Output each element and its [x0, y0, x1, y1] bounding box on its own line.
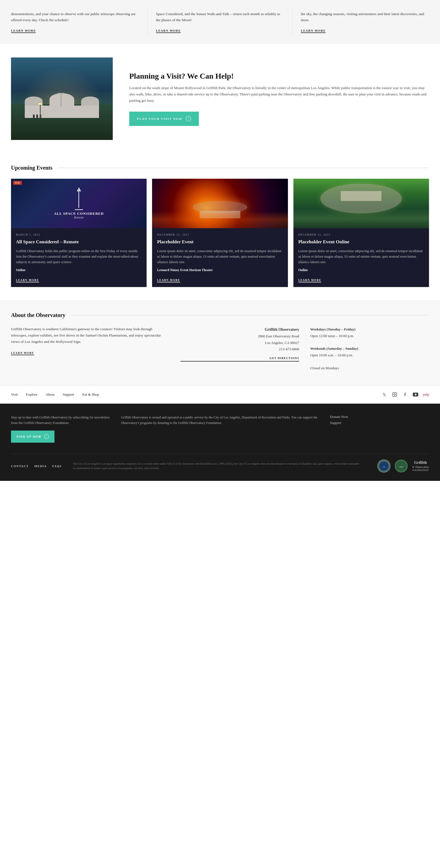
spire-arm	[58, 93, 64, 94]
footer-nav-visit[interactable]: Visit	[11, 392, 18, 397]
about-learn-more[interactable]: LEARN MORE	[11, 351, 34, 355]
svg-text:RAP: RAP	[399, 466, 403, 468]
twitter-icon[interactable]: 𝕏	[381, 392, 387, 398]
event-card-1: IVE ALL SPACE CONSIDERED Remote MARCH 5,…	[11, 179, 147, 287]
about-section-header: About the Observatory	[11, 312, 429, 318]
lamp-pole	[40, 104, 41, 118]
plan-visit-label: PLAN YOUR VISIT NOW	[137, 117, 182, 120]
footer-nav-links: Visit Explore About Support Eat & Shop	[11, 392, 99, 397]
events-title: Upcoming Events	[11, 165, 53, 171]
planning-description: Located on the south slope of Mount Holl…	[129, 85, 429, 104]
event-card-1-desc: Griffith Observatory holds this public p…	[16, 248, 142, 265]
about-left: Griffith Observatory is southern Califor…	[11, 326, 169, 355]
event-card-3-date: DECEMBER 31, 2021	[298, 233, 424, 236]
svg-text:LA: LA	[383, 466, 385, 468]
griffith-foundation-logo: Griffith ⭘ Observatory FOUNDATION	[412, 460, 429, 472]
obs-structure	[341, 191, 381, 201]
youtube-icon[interactable]	[412, 392, 418, 398]
city-lights	[152, 211, 288, 228]
event-card-2-desc: Lorem ipsum dolor sit amet, consectetur …	[157, 248, 283, 265]
event-card-2-date: DECEMBER 31, 2021	[157, 233, 283, 236]
svg-point-2	[396, 393, 396, 394]
footer-media-link[interactable]: MEDIA	[34, 464, 47, 468]
footer-divider	[11, 454, 429, 454]
about-title: About the Observatory	[11, 312, 65, 318]
event-card-1-body: MARCH 5, 2021 All Space Considered – Rem…	[11, 228, 147, 287]
event-card-2-learn-more[interactable]: LEARN MORE	[157, 279, 180, 282]
about-divider	[71, 315, 429, 315]
event-1-title-sub: Remote	[54, 216, 104, 220]
top-card-3-text: the sky, the changing seasons, visiting …	[301, 11, 429, 23]
about-address: Griffith Observatory 2800 East Observato…	[180, 326, 299, 361]
top-card-2-learn-more[interactable]: LEARN MORE	[156, 29, 181, 33]
event-card-1-image: IVE ALL SPACE CONSIDERED Remote	[11, 179, 147, 228]
event-card-1-learn-more[interactable]: LEARN MORE	[16, 279, 39, 282]
footer-support-link[interactable]: Support	[330, 421, 429, 425]
sign-up-label: SIGN UP NOW	[17, 435, 41, 438]
footer-signup: Stay up to date with Griffith Observator…	[11, 414, 110, 443]
event-1-title-big: ALL SPACE CONSIDERED	[54, 211, 104, 216]
footer-nav-support[interactable]: Support	[63, 392, 74, 397]
event-2-aerial-visual	[152, 179, 288, 228]
top-card-1-learn-more[interactable]: LEARN MORE	[11, 29, 36, 33]
event-card-3-image	[293, 179, 429, 228]
spire-top-icon	[77, 187, 81, 191]
person-1	[33, 114, 35, 119]
about-content: Griffith Observatory is southern Califor…	[11, 326, 429, 371]
planning-content: Planning a Visit? We Can Help! Located o…	[129, 72, 429, 126]
footer-signup-text: Stay up to date with Griffith Observator…	[11, 414, 110, 426]
footer-dark-top: Stay up to date with Griffith Observator…	[11, 414, 429, 443]
footer-bottom: CONTACT MEDIA FAQS The City of Los Angel…	[11, 459, 429, 473]
footer-nav-explore[interactable]: Explore	[26, 392, 37, 397]
footer-middle-text: Griffith Observatory is owned and operat…	[121, 414, 319, 426]
footer-bottom-links: CONTACT MEDIA FAQS	[11, 464, 62, 468]
footer-nav: Visit Explore About Support Eat & Shop 𝕏…	[0, 385, 440, 404]
footer-nav-eat-shop[interactable]: Eat & Shop	[82, 392, 99, 397]
lamp-head	[38, 103, 42, 105]
footer-donate-link[interactable]: Donate Now	[330, 414, 429, 419]
event-card-3-desc: Lorem ipsum dolor sit amet, consectetur …	[298, 248, 424, 265]
event-card-3-learn-more[interactable]: LEARN MORE	[298, 279, 321, 282]
about-get-directions[interactable]: GET DIRECTIONS	[180, 356, 299, 362]
planning-image	[11, 58, 113, 140]
yelp-icon[interactable]: yelp	[423, 392, 429, 398]
spire	[61, 93, 62, 107]
sign-up-button[interactable]: SIGN UP NOW ○	[11, 431, 55, 443]
event-card-2: DECEMBER 31, 2021 Placeholder Event Lore…	[152, 179, 288, 287]
footer-faqs-link[interactable]: FAQS	[52, 464, 62, 468]
top-card-3-learn-more[interactable]: LEARN MORE	[301, 29, 325, 33]
la-city-logo: LA	[377, 459, 390, 473]
top-card-1-text: demonstrations, and your chance to obser…	[11, 11, 139, 23]
top-card-2-text: Space Considered, and the Sunset Walk-an…	[156, 11, 284, 23]
footer-dark: Stay up to date with Griffith Observator…	[0, 404, 440, 481]
foliage	[293, 209, 429, 228]
sign-up-icon: ○	[44, 434, 49, 439]
facebook-icon[interactable]: f	[402, 392, 408, 398]
footer-legal: The City of Los Angeles is an equal oppo…	[73, 462, 366, 470]
event-card-2-body: DECEMBER 31, 2021 Placeholder Event Lore…	[152, 228, 288, 287]
top-card-2: Space Considered, and the Sunset Walk-an…	[148, 8, 292, 35]
top-cards-section: demonstrations, and your chance to obser…	[0, 0, 440, 44]
events-grid: IVE ALL SPACE CONSIDERED Remote MARCH 5,…	[11, 179, 429, 287]
footer-contact-link[interactable]: CONTACT	[11, 464, 29, 468]
about-city: Los Angeles, CA 90027	[180, 340, 299, 346]
spire-body-icon	[78, 191, 79, 208]
plan-visit-button[interactable]: PLAN YOUR VISIT NOW ○	[129, 112, 199, 126]
live-badge: IVE	[13, 181, 22, 185]
planning-image-inner	[11, 58, 113, 140]
event-card-1-location: Online	[16, 268, 142, 272]
about-org-name: Griffith Observatory	[180, 326, 299, 333]
instagram-icon[interactable]	[391, 392, 398, 398]
about-description: Griffith Observatory is southern Califor…	[11, 326, 169, 345]
event-1-visual: ALL SPACE CONSIDERED Remote	[51, 185, 106, 223]
spire-cross-icon	[75, 209, 83, 210]
footer-nav-about[interactable]: About	[45, 392, 55, 397]
recreation-parks-logo: RAP	[395, 459, 408, 473]
events-section-header: Upcoming Events	[11, 165, 429, 171]
top-card-3: the sky, the changing seasons, visiting …	[292, 8, 429, 35]
about-section: About the Observatory Griffith Observato…	[0, 301, 440, 385]
weekends-hours: Open 10:00 a.m. – 10:00 p.m.	[310, 352, 429, 358]
planning-title: Planning a Visit? We Can Help!	[129, 72, 429, 81]
about-street: 2800 East Observatory Road	[180, 333, 299, 339]
event-card-1-title: All Space Considered – Remote	[16, 239, 142, 245]
